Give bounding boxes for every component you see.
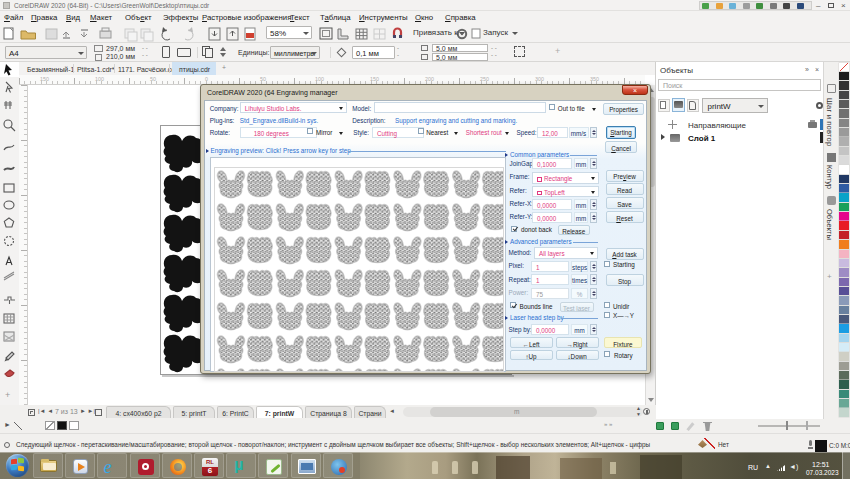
svg-text:+: +: [5, 390, 10, 400]
